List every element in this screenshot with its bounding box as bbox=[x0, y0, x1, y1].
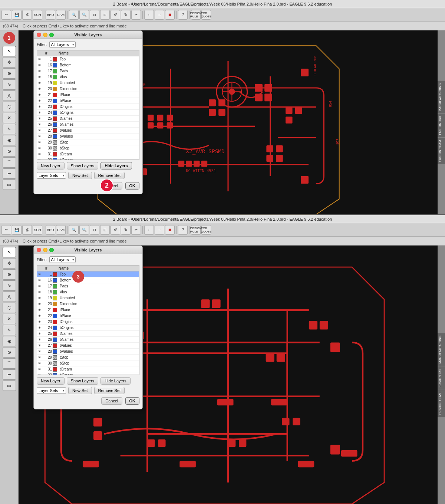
layer-row-19[interactable]: 👁19Unrouted bbox=[37, 80, 139, 86]
tool-move-b[interactable]: ✥ bbox=[3, 258, 16, 269]
layer-eye-25[interactable]: 👁 bbox=[38, 332, 45, 336]
tool-wire[interactable]: ∿ bbox=[3, 79, 16, 90]
ok-btn-bottom[interactable]: OK bbox=[125, 397, 140, 405]
layer-eye-18[interactable]: 👁 bbox=[38, 290, 45, 294]
tool-wire-b[interactable]: ∿ bbox=[3, 280, 16, 291]
minimize-btn-bottom[interactable] bbox=[43, 248, 47, 252]
tool-rotate[interactable]: ↺ bbox=[111, 10, 120, 20]
layer-row-20[interactable]: 👁20Dimension bbox=[37, 86, 139, 92]
minimize-btn-top[interactable] bbox=[43, 33, 47, 37]
layer-eye-22[interactable]: 👁 bbox=[38, 99, 45, 103]
tool-measure[interactable]: ⊢ bbox=[3, 168, 16, 179]
tool-pencil[interactable]: ✏ bbox=[1, 10, 11, 20]
tool-fit-b[interactable]: ⊡ bbox=[90, 225, 99, 235]
tool-design-rule[interactable]: DESIGN RULE bbox=[191, 10, 201, 20]
layer-row-22[interactable]: 👁22bPlace bbox=[37, 98, 139, 104]
close-btn-top[interactable] bbox=[37, 33, 41, 37]
layer-row-22[interactable]: 👁22bPlace bbox=[37, 313, 139, 319]
tool-pencil-b[interactable]: ✏ bbox=[1, 225, 11, 235]
tool-refresh[interactable]: ↻ bbox=[121, 10, 131, 20]
show-layers-btn-top[interactable]: Show Layers bbox=[67, 162, 99, 169]
layer-eye-19[interactable]: 👁 bbox=[38, 296, 45, 300]
layer-eye-20[interactable]: 👁 bbox=[38, 87, 45, 91]
remove-set-btn-top[interactable]: Remove Set bbox=[94, 172, 125, 179]
tool-redo[interactable]: → bbox=[155, 10, 164, 20]
tool-via-b[interactable]: ⊙ bbox=[3, 347, 16, 358]
tool-help-b[interactable]: ? bbox=[178, 225, 188, 235]
remove-set-btn-bottom[interactable]: Remove Set bbox=[94, 387, 125, 394]
layers-list-bottom[interactable]: 👁1Top👁16Bottom👁17Pads👁18Vias👁19Unrouted👁… bbox=[37, 271, 139, 375]
layer-row-1[interactable]: 👁1Top bbox=[37, 271, 139, 277]
layer-eye-20[interactable]: 👁 bbox=[38, 302, 45, 306]
hide-layers-btn-bottom[interactable]: Hide Layers bbox=[100, 377, 131, 385]
layer-eye-21[interactable]: 👁 bbox=[38, 308, 45, 312]
layer-eye-24[interactable]: 👁 bbox=[38, 326, 45, 330]
layer-row-32[interactable]: 👁32bCream bbox=[37, 157, 139, 160]
tool-zoom-sel-b[interactable]: ⊞ bbox=[100, 225, 110, 235]
layer-eye-28[interactable]: 👁 bbox=[38, 350, 45, 353]
tool-undo-b[interactable]: ← bbox=[144, 225, 154, 235]
layer-eye-26[interactable]: 👁 bbox=[38, 123, 45, 126]
tool-text-b[interactable]: A bbox=[3, 291, 16, 302]
tool-text[interactable]: A bbox=[3, 90, 16, 101]
tool-save[interactable]: 💾 bbox=[12, 10, 22, 20]
tool-cut[interactable]: ✂ bbox=[131, 10, 141, 20]
layer-row-27[interactable]: 👁27tValues bbox=[37, 128, 139, 134]
layer-eye-31[interactable]: 👁 bbox=[38, 368, 45, 371]
close-btn-bottom[interactable] bbox=[37, 248, 41, 252]
tool-brd-b[interactable]: BRD bbox=[46, 225, 55, 235]
layer-eye-24[interactable]: 👁 bbox=[38, 111, 45, 115]
layer-eye-26[interactable]: 👁 bbox=[38, 338, 45, 342]
layer-row-16[interactable]: 👁16Bottom bbox=[37, 277, 139, 283]
layer-row-18[interactable]: 👁18Vias bbox=[37, 289, 139, 295]
layer-eye-19[interactable]: 👁 bbox=[38, 81, 45, 85]
layer-eye-27[interactable]: 👁 bbox=[38, 129, 45, 132]
tool-measure-b[interactable]: ⊢ bbox=[3, 369, 16, 380]
tool-redo-b[interactable]: → bbox=[155, 225, 164, 235]
layer-eye-31[interactable]: 👁 bbox=[38, 152, 45, 156]
layer-row-17[interactable]: 👁17Pads bbox=[37, 283, 139, 289]
tool-fit[interactable]: ⊡ bbox=[90, 10, 99, 20]
layer-eye-22[interactable]: 👁 bbox=[38, 314, 45, 318]
layer-eye-18[interactable]: 👁 bbox=[38, 75, 45, 79]
layer-eye-32[interactable]: 👁 bbox=[38, 373, 45, 375]
layer-eye-25[interactable]: 👁 bbox=[38, 117, 45, 121]
layer-row-29[interactable]: 👁29tStop bbox=[37, 355, 139, 360]
layer-row-23[interactable]: 👁23tOrigins bbox=[37, 319, 139, 325]
tool-select-b[interactable]: ↖ bbox=[3, 247, 16, 257]
layer-eye-29[interactable]: 👁 bbox=[38, 356, 45, 359]
tool-design-rule-b[interactable]: DESIGN RULE bbox=[191, 225, 201, 235]
right-label-manufacturing-top[interactable]: MANUFACTURING bbox=[438, 80, 445, 113]
layer-row-25[interactable]: 👁25tNames bbox=[37, 331, 139, 337]
tool-delete[interactable]: ✕ bbox=[3, 113, 16, 123]
layer-row-26[interactable]: 👁26bNames bbox=[37, 122, 139, 128]
layer-eye-28[interactable]: 👁 bbox=[38, 135, 45, 138]
layer-row-23[interactable]: 👁23tOrigins bbox=[37, 104, 139, 110]
right-label-fusion360-top[interactable]: FUSION 360 bbox=[438, 113, 445, 137]
layer-row-29[interactable]: 👁29tStop bbox=[37, 139, 139, 145]
layer-eye-29[interactable]: 👁 bbox=[38, 141, 45, 144]
tool-route[interactable]: ⤷ bbox=[3, 124, 16, 134]
show-layers-btn-bottom[interactable]: Show Layers bbox=[67, 377, 99, 385]
filter-select-top[interactable]: All Layers bbox=[49, 41, 76, 48]
ok-btn-top[interactable]: OK bbox=[125, 182, 140, 190]
tool-print-b[interactable]: 🖨 bbox=[22, 225, 32, 235]
layer-row-20[interactable]: 👁20Dimension bbox=[37, 301, 139, 307]
tool-polygon-b[interactable]: ⬡ bbox=[3, 303, 16, 313]
layer-row-24[interactable]: 👁24bOrigins bbox=[37, 325, 139, 331]
layer-row-30[interactable]: 👁30bStop bbox=[37, 360, 139, 366]
tool-zoom-in[interactable]: 🔍 bbox=[79, 10, 89, 20]
tool-stop-b[interactable]: ⏹ bbox=[165, 225, 175, 235]
tool-arc[interactable]: ⌒ bbox=[3, 157, 16, 168]
layer-eye-16[interactable]: 👁 bbox=[38, 63, 45, 67]
layer-eye-27[interactable]: 👁 bbox=[38, 344, 45, 347]
tool-brd[interactable]: BRD bbox=[46, 10, 55, 20]
maximize-btn-top[interactable] bbox=[49, 33, 54, 37]
new-layer-btn-top[interactable]: New Layer bbox=[37, 162, 65, 169]
tool-polygon[interactable]: ⬡ bbox=[3, 102, 16, 112]
tool-copy-b[interactable]: ⊕ bbox=[3, 269, 16, 280]
tool-rect-b[interactable]: ▭ bbox=[3, 381, 16, 391]
new-set-btn-bottom[interactable]: New Set bbox=[68, 387, 92, 394]
tool-sch[interactable]: SCH bbox=[33, 10, 42, 20]
tool-refresh-b[interactable]: ↻ bbox=[121, 225, 131, 235]
